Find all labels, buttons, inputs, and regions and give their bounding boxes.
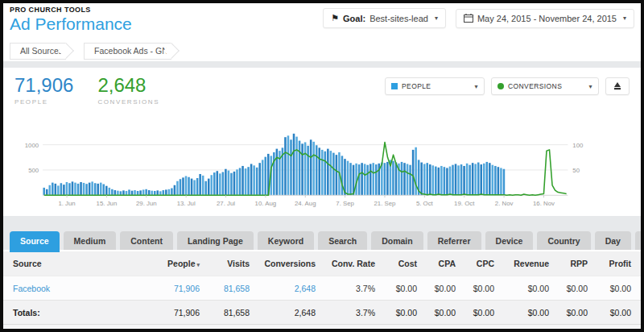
chevron-down-icon: ▾ bbox=[435, 15, 438, 22]
results-table: SourcePeople ▾VisitsConversionsConv. Rat… bbox=[3, 251, 641, 324]
column-header-rpp[interactable]: RPP bbox=[549, 259, 588, 268]
tab-landing-page[interactable]: Landing Page bbox=[177, 231, 254, 250]
tab-referrer[interactable]: Referrer bbox=[427, 231, 481, 250]
people-series-dropdown[interactable]: PEOPLE ▾ bbox=[385, 77, 485, 95]
totals-cell-cost: $0.00 bbox=[375, 308, 417, 317]
totals-cell-profit: $0.00 bbox=[588, 308, 631, 317]
tab-source[interactable]: Source bbox=[10, 231, 60, 250]
divider bbox=[3, 61, 641, 68]
totals-cell-cpa: $0.00 bbox=[417, 308, 456, 317]
conversions-label: CONVERSIONS bbox=[97, 98, 159, 106]
brand-logo: PRO CHURCH TOOLS bbox=[10, 6, 91, 14]
export-icon bbox=[613, 81, 622, 91]
goal-value: Best-sites-lead bbox=[369, 14, 428, 23]
calendar-icon bbox=[464, 14, 473, 23]
tab-country[interactable]: Country bbox=[537, 231, 590, 250]
cell-rpp: $0.00 bbox=[549, 284, 588, 293]
cell-people[interactable]: 71,906 bbox=[143, 284, 200, 293]
conversions-series-label: CONVERSIONS bbox=[508, 82, 562, 90]
cell-conversions[interactable]: 2,648 bbox=[250, 284, 316, 293]
source-link-facebook[interactable]: Facebook bbox=[13, 284, 143, 293]
chart-panel: 71,906 PEOPLE 2,648 CONVERSIONS PEOPLE ▾… bbox=[3, 68, 641, 216]
svg-text:15. Jun: 15. Jun bbox=[97, 200, 118, 207]
table-header: SourcePeople ▾VisitsConversionsConv. Rat… bbox=[3, 251, 641, 276]
totals-cell-visits: 81,658 bbox=[200, 308, 250, 317]
chevron-down-icon: ▾ bbox=[623, 15, 626, 22]
people-value: 71,906 bbox=[14, 74, 73, 97]
svg-text:100: 100 bbox=[572, 142, 584, 149]
tab-keyword[interactable]: Keyword bbox=[258, 231, 314, 250]
svg-text:29. Jun: 29. Jun bbox=[136, 200, 157, 207]
svg-text:1000: 1000 bbox=[25, 142, 39, 149]
app-window: PRO CHURCH TOOLS Ad Performance ⚑ Goal: … bbox=[0, 0, 644, 332]
column-header-conversions[interactable]: Conversions bbox=[250, 259, 316, 268]
totals-cell-conversions: 2,648 bbox=[250, 308, 316, 317]
flag-icon: ⚑ bbox=[331, 13, 339, 23]
conversions-metric: 2,648 CONVERSIONS bbox=[97, 74, 159, 106]
tab-search[interactable]: Search bbox=[318, 231, 367, 250]
column-header-profit[interactable]: Profit bbox=[588, 259, 631, 268]
top-bar: PRO CHURCH TOOLS Ad Performance ⚑ Goal: … bbox=[3, 3, 641, 40]
tab-content[interactable]: Content bbox=[120, 231, 173, 250]
svg-text:13. Jul: 13. Jul bbox=[177, 200, 196, 207]
totals-label: Totals: bbox=[13, 308, 143, 317]
cell-profit: $0.00 bbox=[588, 284, 631, 293]
svg-text:500: 500 bbox=[28, 167, 39, 174]
totals-cell-cpc: $0.00 bbox=[456, 308, 494, 317]
column-header-conv-rate[interactable]: Conv. Rate bbox=[316, 259, 375, 268]
date-range-value: May 24, 2015 - November 24, 2015 bbox=[477, 14, 617, 23]
svg-text:2. Nov: 2. Nov bbox=[495, 200, 514, 207]
svg-text:5. Oct: 5. Oct bbox=[416, 200, 434, 207]
cell-cpc: $0.00 bbox=[456, 284, 494, 293]
svg-text:7. Sep: 7. Sep bbox=[336, 200, 354, 207]
tab-day[interactable]: Day bbox=[595, 231, 631, 250]
conversions-swatch-icon bbox=[497, 83, 504, 89]
column-header-cpc[interactable]: CPC bbox=[456, 259, 494, 268]
svg-text:21. Sep: 21. Sep bbox=[374, 200, 396, 207]
page-title: Ad Performance bbox=[10, 15, 132, 34]
top-controls: ⚑ Goal: Best-sites-lead ▾ May 24, 2015 -… bbox=[323, 8, 634, 28]
people-metric: 71,906 PEOPLE bbox=[14, 74, 73, 106]
chevron-down-icon: ▾ bbox=[589, 83, 592, 90]
column-header-source[interactable]: Source bbox=[13, 259, 143, 268]
tab-medium[interactable]: Medium bbox=[64, 231, 117, 250]
performance-chart: 5005010001001. Jun15. Jun29. Jun13. Jul2… bbox=[8, 127, 623, 210]
cell-cpa: $0.00 bbox=[417, 284, 456, 293]
totals-cell-revenue: $0.00 bbox=[494, 308, 549, 317]
column-header-visits[interactable]: Visits bbox=[200, 259, 250, 268]
report-tabs: SourceMediumContentLanding PageKeywordSe… bbox=[3, 229, 641, 250]
column-header-cpa[interactable]: CPA bbox=[417, 259, 456, 268]
people-label: PEOPLE bbox=[14, 98, 73, 106]
tab-device[interactable]: Device bbox=[485, 231, 534, 250]
chart-legend: PEOPLE ▾ CONVERSIONS ▾ bbox=[385, 77, 630, 95]
conversions-value: 2,648 bbox=[97, 74, 159, 97]
svg-text:24. Aug: 24. Aug bbox=[295, 200, 316, 207]
date-range-selector[interactable]: May 24, 2015 - November 24, 2015 ▾ bbox=[456, 9, 634, 28]
totals-row: Totals:71,90681,6582,6483.7%$0.00$0.00$0… bbox=[3, 300, 641, 324]
export-button[interactable] bbox=[605, 77, 630, 95]
tab-hour[interactable]: Hour bbox=[635, 231, 644, 250]
divider bbox=[3, 216, 641, 229]
column-header-people[interactable]: People ▾ bbox=[143, 259, 200, 268]
svg-text:50: 50 bbox=[572, 167, 580, 174]
cell-conv-rate: 3.7% bbox=[316, 284, 375, 293]
cell-cost: $0.00 bbox=[375, 284, 417, 293]
table-body: Facebook71,90681,6582,6483.7%$0.00$0.00$… bbox=[3, 276, 641, 324]
table-row-facebook: Facebook71,90681,6582,6483.7%$0.00$0.00$… bbox=[3, 276, 641, 300]
breadcrumb-all-sources[interactable]: All Sources bbox=[10, 43, 66, 60]
conversions-series-dropdown[interactable]: CONVERSIONS ▾ bbox=[491, 77, 599, 95]
cell-revenue: $0.00 bbox=[494, 284, 549, 293]
tab-domain[interactable]: Domain bbox=[371, 231, 423, 250]
column-header-revenue[interactable]: Revenue bbox=[494, 259, 549, 268]
goal-selector[interactable]: ⚑ Goal: Best-sites-lead ▾ bbox=[323, 8, 446, 28]
column-header-cost[interactable]: Cost bbox=[375, 259, 417, 268]
chevron-down-icon: ▾ bbox=[475, 83, 478, 90]
people-swatch-icon bbox=[391, 83, 398, 89]
svg-text:27. Jul: 27. Jul bbox=[217, 200, 235, 207]
chart-area: 5005010001001. Jun15. Jun29. Jun13. Jul2… bbox=[8, 127, 636, 213]
svg-text:1. Jun: 1. Jun bbox=[58, 200, 75, 207]
people-series-label: PEOPLE bbox=[402, 82, 431, 90]
cell-visits[interactable]: 81,658 bbox=[200, 284, 250, 293]
breadcrumb-facebook-ads[interactable]: Facebook Ads - GN bbox=[84, 43, 171, 60]
goal-label: Goal: bbox=[343, 14, 365, 23]
